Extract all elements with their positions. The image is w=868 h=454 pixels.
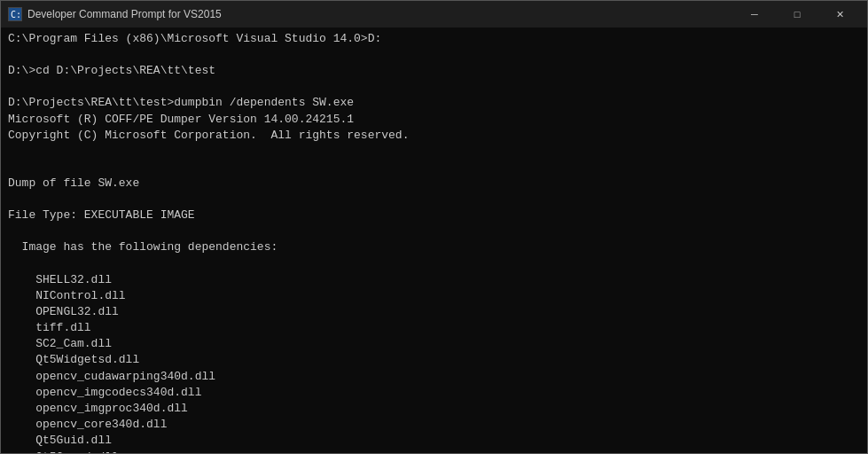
console-line: opencv_imgproc340d.dll [8, 401, 860, 417]
console-output: C:\Program Files (x86)\Microsoft Visual … [1, 27, 867, 453]
console-line: D:\>cd D:\Projects\REA\tt\test [8, 63, 860, 79]
minimize-button[interactable]: ─ [734, 1, 775, 27]
console-line: Qt5Guid.dll [8, 433, 860, 449]
console-line: tiff.dll [8, 320, 860, 336]
console-line [8, 256, 860, 272]
console-line: Dump of file SW.exe [8, 176, 860, 192]
close-button[interactable]: ✕ [819, 1, 860, 27]
console-line [8, 79, 860, 95]
console-line: Qt5Widgetsd.dll [8, 352, 860, 368]
console-line: opencv_imgcodecs340d.dll [8, 385, 860, 401]
window-controls: ─ □ ✕ [734, 1, 860, 27]
console-line: C:\Program Files (x86)\Microsoft Visual … [8, 31, 860, 47]
console-line: Copyright (C) Microsoft Corporation. All… [8, 128, 860, 144]
console-line: File Type: EXECUTABLE IMAGE [8, 207, 860, 223]
titlebar: C: Developer Command Prompt for VS2015 ─… [1, 1, 867, 27]
console-line [8, 47, 860, 63]
console-line [8, 192, 860, 207]
console-line [8, 160, 860, 176]
maximize-button[interactable]: □ [777, 1, 817, 27]
console-line: opencv_cudawarping340d.dll [8, 369, 860, 385]
console-line: opencv_core340d.dll [8, 417, 860, 433]
console-line [8, 144, 860, 160]
console-line [8, 223, 860, 239]
console-line: SHELL32.dll [8, 272, 860, 288]
console-line: Image has the following dependencies: [8, 239, 860, 255]
svg-text:C:: C: [11, 10, 21, 20]
app-icon: C: [8, 7, 22, 21]
window: C: Developer Command Prompt for VS2015 ─… [0, 0, 868, 454]
console-line: OPENGL32.dll [8, 304, 860, 320]
console-line: NIControl.dll [8, 288, 860, 304]
console-line: Qt5Cored.dll [8, 450, 860, 453]
console-line: D:\Projects\REA\tt\test>dumpbin /depende… [8, 95, 860, 111]
window-title: Developer Command Prompt for VS2015 [27, 8, 734, 20]
console-line: SC2_Cam.dll [8, 336, 860, 352]
console-line: Microsoft (R) COFF/PE Dumper Version 14.… [8, 112, 860, 128]
